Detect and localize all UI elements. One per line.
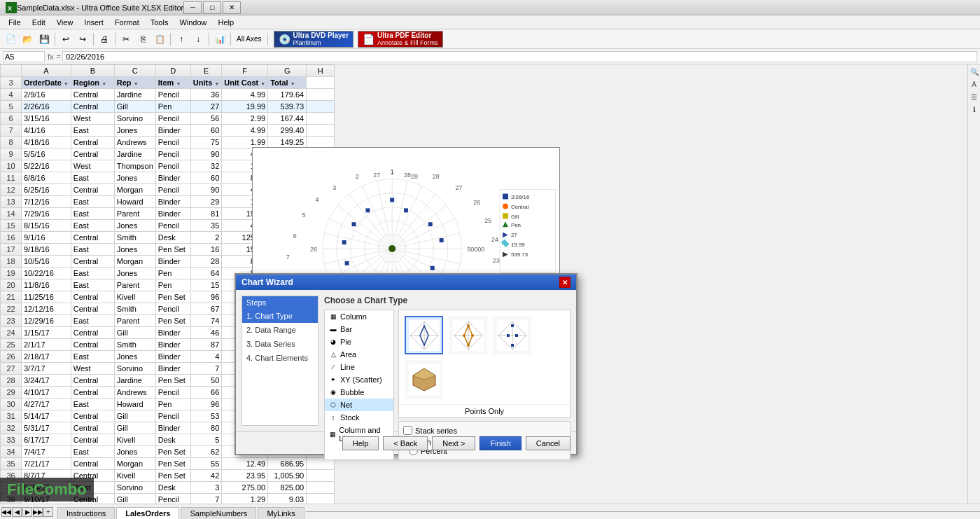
cell[interactable]: Binder — [155, 196, 190, 208]
step-2-data-range[interactable]: 2. Data Range — [242, 323, 318, 337]
cell[interactable]: 7/29/16 — [22, 208, 71, 220]
cell[interactable]: 46 — [190, 327, 222, 339]
cell[interactable]: Jones — [114, 446, 155, 458]
cell[interactable]: Central — [71, 89, 114, 101]
tab-sample-numbers[interactable]: SampleNumbers — [181, 507, 256, 519]
cell[interactable]: West — [71, 363, 114, 375]
cell[interactable]: 5/31/17 — [22, 422, 71, 434]
formula-input[interactable] — [62, 51, 977, 62]
cell[interactable]: 1.99 — [222, 137, 268, 148]
menu-help[interactable]: Help — [213, 17, 240, 28]
redo-button[interactable]: ↪ — [75, 32, 90, 47]
header-total[interactable]: Total ▼ — [268, 77, 307, 89]
close-button[interactable]: ✕ — [223, 1, 241, 14]
tab-nav-first[interactable]: ◀◀ — [1, 507, 11, 517]
sidebar-info-icon[interactable]: ℹ — [969, 104, 980, 115]
cell[interactable]: Sorvino — [114, 482, 155, 494]
cell[interactable]: Binder — [155, 172, 190, 184]
cell[interactable]: Jones — [114, 125, 155, 137]
cell[interactable]: 539.73 — [268, 101, 307, 113]
cell[interactable]: Pen Set — [155, 375, 190, 387]
copy-button[interactable]: ⎘ — [135, 32, 150, 47]
cell[interactable]: 80 — [190, 422, 222, 434]
cell[interactable]: Jones — [114, 172, 155, 184]
cell[interactable]: Pen — [155, 279, 190, 291]
cell[interactable]: 5/5/16 — [22, 148, 71, 160]
cell[interactable]: 1/15/17 — [22, 327, 71, 339]
cell[interactable]: West — [71, 160, 114, 172]
cell[interactable]: 96 — [190, 399, 222, 410]
maximize-button[interactable]: □ — [203, 1, 221, 14]
type-pie[interactable]: ◕Pie — [325, 335, 393, 348]
cell[interactable]: Howard — [114, 399, 155, 410]
type-stock[interactable]: ↕Stock — [325, 411, 393, 424]
cell[interactable]: Central — [71, 410, 114, 422]
cell[interactable]: Desk — [155, 232, 190, 244]
cell[interactable]: 19.99 — [222, 101, 268, 113]
menu-tools[interactable]: Tools — [145, 17, 174, 28]
type-column[interactable]: ▦Column — [325, 310, 393, 323]
cell[interactable]: East — [71, 220, 114, 232]
cell[interactable]: Gill — [114, 101, 155, 113]
cell[interactable]: Central — [71, 422, 114, 434]
cell[interactable]: Howard — [114, 196, 155, 208]
type-xy-scatter[interactable]: ✦XY (Scatter) — [325, 373, 393, 386]
cell[interactable]: Central — [71, 327, 114, 339]
cell[interactable]: Central — [71, 291, 114, 303]
cell[interactable]: 4/1/16 — [22, 125, 71, 137]
cell[interactable]: 2/9/16 — [22, 89, 71, 101]
cell[interactable]: Central — [71, 434, 114, 446]
cell[interactable]: Central — [71, 101, 114, 113]
cell[interactable]: Parent — [114, 279, 155, 291]
cell[interactable]: 50 — [190, 375, 222, 387]
cell[interactable]: Central — [71, 256, 114, 268]
add-sheet-button[interactable]: + — [43, 507, 53, 517]
step-4-chart-elements[interactable]: 4. Chart Elements — [242, 351, 318, 365]
cell[interactable]: Pen Set — [155, 244, 190, 256]
cell[interactable]: 96 — [190, 291, 222, 303]
cell[interactable]: Smith — [114, 232, 155, 244]
cell[interactable]: 2 — [190, 232, 222, 244]
cell[interactable]: Pen Set — [155, 446, 190, 458]
cell[interactable]: 9/18/16 — [22, 244, 71, 256]
cell[interactable]: Central — [71, 387, 114, 399]
cell[interactable]: Morgan — [114, 458, 155, 470]
cell[interactable]: 55 — [190, 458, 222, 470]
menu-window[interactable]: Window — [174, 17, 212, 28]
cell[interactable]: 825.00 — [268, 482, 307, 494]
header-rep[interactable]: Rep ▼ — [114, 77, 155, 89]
cell[interactable]: 3/15/16 — [22, 113, 71, 125]
sort-asc-button[interactable]: ↑ — [174, 32, 189, 47]
finish-button[interactable]: Finish — [479, 436, 521, 450]
header-orderdate[interactable]: OrderDate ▼ — [22, 77, 71, 89]
stack-series-checkbox[interactable] — [403, 426, 412, 435]
cell[interactable]: Binder — [155, 351, 190, 363]
help-button[interactable]: Help — [342, 436, 379, 450]
cell[interactable]: Pencil — [155, 220, 190, 232]
sidebar-style-icon[interactable]: A — [969, 78, 980, 90]
cell[interactable]: 60 — [190, 125, 222, 137]
cell[interactable]: 32 — [190, 160, 222, 172]
cell[interactable]: Desk — [155, 482, 190, 494]
pdf-promo-button[interactable]: 📄 Ultra PDF Editor Annotate & Fill Forms — [358, 31, 443, 48]
type-bubble[interactable]: ◉Bubble — [325, 386, 393, 399]
cell[interactable]: 5/22/16 — [22, 160, 71, 172]
cell[interactable]: 2/26/16 — [22, 101, 71, 113]
paste-button[interactable]: 📋 — [152, 32, 167, 47]
cell[interactable]: East — [71, 399, 114, 410]
cell[interactable]: Binder — [155, 125, 190, 137]
header-region[interactable]: Region ▼ — [71, 77, 114, 89]
cell[interactable]: 6/8/16 — [22, 172, 71, 184]
cell[interactable]: 74 — [190, 315, 222, 327]
cell[interactable]: Pen Set — [155, 470, 190, 482]
tab-my-links[interactable]: MyLinks — [258, 507, 304, 519]
cell[interactable]: Smith — [114, 339, 155, 351]
cell[interactable]: East — [71, 172, 114, 184]
cell[interactable]: 2/1/17 — [22, 339, 71, 351]
cell[interactable]: 299.40 — [268, 125, 307, 137]
cell[interactable]: 23.95 — [222, 470, 268, 482]
menu-format[interactable]: Format — [109, 17, 145, 28]
cell[interactable]: 686.95 — [268, 458, 307, 470]
cell[interactable]: Jones — [114, 244, 155, 256]
cell[interactable]: Desk — [155, 434, 190, 446]
